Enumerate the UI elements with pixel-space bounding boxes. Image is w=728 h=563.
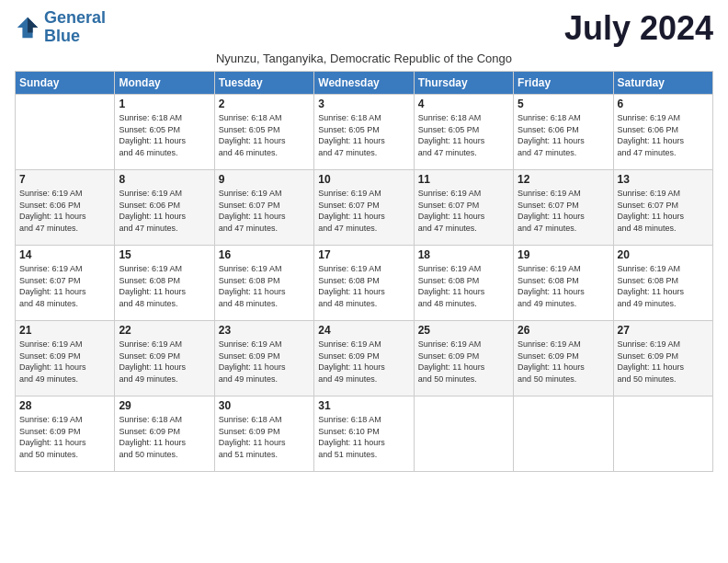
weekday-header-row: Sunday Monday Tuesday Wednesday Thursday… bbox=[16, 72, 713, 95]
calendar-cell: 4Sunrise: 6:18 AM Sunset: 6:05 PM Daylig… bbox=[414, 95, 513, 170]
calendar-cell bbox=[613, 396, 712, 472]
day-number: 12 bbox=[518, 173, 609, 186]
day-info: Sunrise: 6:18 AM Sunset: 6:06 PM Dayligh… bbox=[518, 112, 609, 158]
day-info: Sunrise: 6:19 AM Sunset: 6:07 PM Dayligh… bbox=[318, 188, 409, 234]
calendar-cell: 27Sunrise: 6:19 AM Sunset: 6:09 PM Dayli… bbox=[613, 321, 712, 396]
day-info: Sunrise: 6:19 AM Sunset: 6:09 PM Dayligh… bbox=[19, 339, 110, 385]
header-wednesday: Wednesday bbox=[314, 72, 414, 95]
day-number: 16 bbox=[219, 248, 310, 261]
day-number: 30 bbox=[219, 399, 310, 412]
day-number: 11 bbox=[418, 173, 509, 186]
day-info: Sunrise: 6:18 AM Sunset: 6:05 PM Dayligh… bbox=[418, 112, 509, 158]
day-number: 29 bbox=[119, 399, 210, 412]
day-info: Sunrise: 6:19 AM Sunset: 6:08 PM Dayligh… bbox=[119, 263, 210, 309]
calendar-cell: 1Sunrise: 6:18 AM Sunset: 6:05 PM Daylig… bbox=[115, 95, 214, 170]
calendar-week-3: 14Sunrise: 6:19 AM Sunset: 6:07 PM Dayli… bbox=[16, 246, 713, 321]
logo-line2: Blue bbox=[44, 27, 80, 45]
calendar-cell: 13Sunrise: 6:19 AM Sunset: 6:07 PM Dayli… bbox=[613, 170, 712, 246]
calendar-cell: 8Sunrise: 6:19 AM Sunset: 6:06 PM Daylig… bbox=[115, 170, 214, 246]
header: General Blue July 2024 bbox=[15, 9, 713, 48]
day-number: 20 bbox=[618, 248, 709, 261]
calendar-cell: 15Sunrise: 6:19 AM Sunset: 6:08 PM Dayli… bbox=[115, 246, 214, 321]
day-info: Sunrise: 6:18 AM Sunset: 6:09 PM Dayligh… bbox=[119, 414, 210, 460]
svg-marker-1 bbox=[28, 17, 38, 33]
day-info: Sunrise: 6:18 AM Sunset: 6:10 PM Dayligh… bbox=[318, 414, 409, 460]
calendar-week-5: 28Sunrise: 6:19 AM Sunset: 6:09 PM Dayli… bbox=[16, 396, 713, 472]
calendar-cell: 6Sunrise: 6:19 AM Sunset: 6:06 PM Daylig… bbox=[613, 95, 712, 170]
day-number: 6 bbox=[618, 98, 709, 110]
day-number: 10 bbox=[318, 173, 409, 186]
day-number: 23 bbox=[219, 324, 310, 337]
calendar-cell: 7Sunrise: 6:19 AM Sunset: 6:06 PM Daylig… bbox=[16, 170, 115, 246]
calendar-cell: 20Sunrise: 6:19 AM Sunset: 6:08 PM Dayli… bbox=[613, 246, 712, 321]
day-info: Sunrise: 6:19 AM Sunset: 6:06 PM Dayligh… bbox=[119, 188, 210, 234]
header-thursday: Thursday bbox=[414, 72, 513, 95]
day-info: Sunrise: 6:19 AM Sunset: 6:07 PM Dayligh… bbox=[618, 188, 709, 234]
day-number: 21 bbox=[19, 324, 110, 337]
day-number: 5 bbox=[518, 98, 609, 110]
day-info: Sunrise: 6:19 AM Sunset: 6:07 PM Dayligh… bbox=[518, 188, 609, 234]
logo-icon bbox=[15, 15, 40, 40]
calendar-cell: 30Sunrise: 6:18 AM Sunset: 6:09 PM Dayli… bbox=[214, 396, 313, 472]
day-info: Sunrise: 6:19 AM Sunset: 6:08 PM Dayligh… bbox=[518, 263, 609, 309]
calendar-cell: 9Sunrise: 6:19 AM Sunset: 6:07 PM Daylig… bbox=[214, 170, 313, 246]
calendar-cell: 11Sunrise: 6:19 AM Sunset: 6:07 PM Dayli… bbox=[414, 170, 513, 246]
calendar-cell: 25Sunrise: 6:19 AM Sunset: 6:09 PM Dayli… bbox=[414, 321, 513, 396]
day-info: Sunrise: 6:19 AM Sunset: 6:09 PM Dayligh… bbox=[318, 339, 409, 385]
day-number: 24 bbox=[318, 324, 409, 337]
calendar-cell: 28Sunrise: 6:19 AM Sunset: 6:09 PM Dayli… bbox=[16, 396, 115, 472]
day-info: Sunrise: 6:19 AM Sunset: 6:09 PM Dayligh… bbox=[518, 339, 609, 385]
day-number: 9 bbox=[219, 173, 310, 186]
day-number: 17 bbox=[318, 248, 409, 261]
day-info: Sunrise: 6:19 AM Sunset: 6:09 PM Dayligh… bbox=[219, 339, 310, 385]
calendar-cell: 18Sunrise: 6:19 AM Sunset: 6:08 PM Dayli… bbox=[414, 246, 513, 321]
day-number: 25 bbox=[418, 324, 509, 337]
page: General Blue July 2024 Nyunzu, Tanganyik… bbox=[0, 0, 728, 481]
day-info: Sunrise: 6:18 AM Sunset: 6:09 PM Dayligh… bbox=[219, 414, 310, 460]
day-number: 7 bbox=[19, 173, 110, 186]
calendar-cell: 24Sunrise: 6:19 AM Sunset: 6:09 PM Dayli… bbox=[314, 321, 414, 396]
calendar-cell: 19Sunrise: 6:19 AM Sunset: 6:08 PM Dayli… bbox=[514, 246, 613, 321]
day-info: Sunrise: 6:19 AM Sunset: 6:08 PM Dayligh… bbox=[318, 263, 409, 309]
day-number: 15 bbox=[119, 248, 210, 261]
header-monday: Monday bbox=[115, 72, 214, 95]
day-info: Sunrise: 6:19 AM Sunset: 6:09 PM Dayligh… bbox=[418, 339, 509, 385]
calendar-cell: 29Sunrise: 6:18 AM Sunset: 6:09 PM Dayli… bbox=[115, 396, 214, 472]
subtitle: Nyunzu, Tanganyika, Democratic Republic … bbox=[15, 52, 713, 65]
calendar-week-4: 21Sunrise: 6:19 AM Sunset: 6:09 PM Dayli… bbox=[16, 321, 713, 396]
day-number: 3 bbox=[318, 98, 409, 110]
day-info: Sunrise: 6:19 AM Sunset: 6:07 PM Dayligh… bbox=[418, 188, 509, 234]
calendar-cell: 26Sunrise: 6:19 AM Sunset: 6:09 PM Dayli… bbox=[514, 321, 613, 396]
day-number: 8 bbox=[119, 173, 210, 186]
calendar-cell: 31Sunrise: 6:18 AM Sunset: 6:10 PM Dayli… bbox=[314, 396, 414, 472]
day-info: Sunrise: 6:19 AM Sunset: 6:09 PM Dayligh… bbox=[19, 414, 110, 460]
calendar-cell: 23Sunrise: 6:19 AM Sunset: 6:09 PM Dayli… bbox=[214, 321, 313, 396]
day-number: 13 bbox=[618, 173, 709, 186]
calendar-cell bbox=[414, 396, 513, 472]
day-number: 27 bbox=[618, 324, 709, 337]
day-number: 22 bbox=[119, 324, 210, 337]
calendar-cell: 5Sunrise: 6:18 AM Sunset: 6:06 PM Daylig… bbox=[514, 95, 613, 170]
day-info: Sunrise: 6:19 AM Sunset: 6:08 PM Dayligh… bbox=[418, 263, 509, 309]
day-number: 1 bbox=[119, 98, 210, 110]
day-info: Sunrise: 6:19 AM Sunset: 6:08 PM Dayligh… bbox=[219, 263, 310, 309]
calendar-cell: 12Sunrise: 6:19 AM Sunset: 6:07 PM Dayli… bbox=[514, 170, 613, 246]
header-saturday: Saturday bbox=[613, 72, 712, 95]
calendar-week-1: 1Sunrise: 6:18 AM Sunset: 6:05 PM Daylig… bbox=[16, 95, 713, 170]
day-number: 14 bbox=[19, 248, 110, 261]
header-sunday: Sunday bbox=[16, 72, 115, 95]
day-info: Sunrise: 6:19 AM Sunset: 6:06 PM Dayligh… bbox=[19, 188, 110, 234]
day-info: Sunrise: 6:19 AM Sunset: 6:09 PM Dayligh… bbox=[618, 339, 709, 385]
day-info: Sunrise: 6:19 AM Sunset: 6:07 PM Dayligh… bbox=[219, 188, 310, 234]
calendar-cell: 17Sunrise: 6:19 AM Sunset: 6:08 PM Dayli… bbox=[314, 246, 414, 321]
day-number: 28 bbox=[19, 399, 110, 412]
day-number: 31 bbox=[318, 399, 409, 412]
day-info: Sunrise: 6:18 AM Sunset: 6:05 PM Dayligh… bbox=[318, 112, 409, 158]
day-info: Sunrise: 6:19 AM Sunset: 6:08 PM Dayligh… bbox=[618, 263, 709, 309]
calendar-cell: 16Sunrise: 6:19 AM Sunset: 6:08 PM Dayli… bbox=[214, 246, 313, 321]
calendar-cell bbox=[514, 396, 613, 472]
calendar-cell: 2Sunrise: 6:18 AM Sunset: 6:05 PM Daylig… bbox=[214, 95, 313, 170]
calendar-cell: 10Sunrise: 6:19 AM Sunset: 6:07 PM Dayli… bbox=[314, 170, 414, 246]
day-number: 2 bbox=[219, 98, 310, 110]
calendar-cell: 21Sunrise: 6:19 AM Sunset: 6:09 PM Dayli… bbox=[16, 321, 115, 396]
